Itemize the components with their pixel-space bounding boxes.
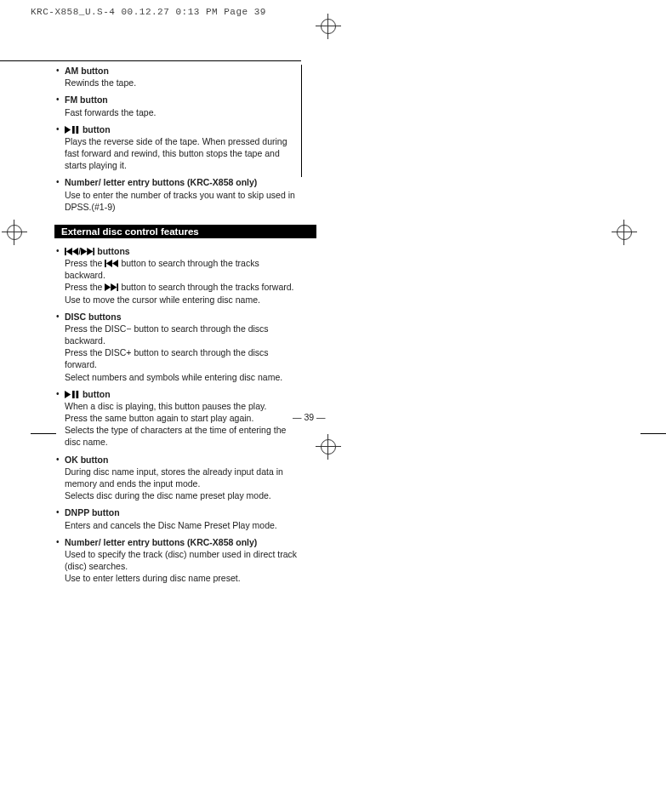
item-desc: Select numbers and symbols while enterin… xyxy=(65,371,301,383)
item-desc: Use to move the cursor while entering di… xyxy=(65,294,301,306)
list-item: DISC buttons Press the DISC− button to s… xyxy=(56,311,301,383)
section2-list: / buttons Press the button to search thr… xyxy=(56,245,301,584)
item-title: FM button xyxy=(65,94,108,105)
list-item: button When a disc is playing, this butt… xyxy=(56,388,301,449)
section1-list: AM button Rewinds the tape. FM button Fa… xyxy=(56,65,301,213)
next-icon xyxy=(105,283,118,291)
play-pause-icon xyxy=(65,126,80,134)
content-column: AM button Rewinds the tape. FM button Fa… xyxy=(56,65,301,589)
item-desc: During disc name input, stores the alrea… xyxy=(65,466,301,489)
item-desc: When a disc is playing, this button paus… xyxy=(65,400,301,412)
bottom-rule-left xyxy=(31,433,56,434)
svg-rect-2 xyxy=(77,126,79,134)
svg-marker-13 xyxy=(111,283,117,291)
bottom-rule-right xyxy=(640,433,666,434)
list-item: / buttons Press the button to search thr… xyxy=(56,245,301,306)
item-desc: Selects the type of characters at the ti… xyxy=(65,424,301,448)
item-desc: Used to specify the track (disc) number … xyxy=(65,548,301,572)
item-desc: Press the button to search through the t… xyxy=(65,257,301,281)
list-item: Number/ letter entry buttons (KRC-X858 o… xyxy=(56,536,301,585)
svg-marker-7 xyxy=(87,248,93,255)
item-title: OK button xyxy=(65,455,108,465)
item-title: / buttons xyxy=(65,246,130,256)
svg-rect-17 xyxy=(77,391,79,398)
list-item: button Plays the reverse side of the tap… xyxy=(56,123,301,172)
item-desc: Enters and cancels the Disc Name Preset … xyxy=(65,519,301,531)
prev-icon xyxy=(105,260,118,267)
item-title: DNPP button xyxy=(65,507,120,518)
item-title: button xyxy=(65,124,111,134)
svg-marker-6 xyxy=(81,248,87,255)
play-pause-icon xyxy=(65,391,80,398)
svg-marker-15 xyxy=(65,391,71,398)
svg-rect-1 xyxy=(72,126,75,134)
column-divider xyxy=(301,65,302,177)
item-desc: Use to enter the number of tracks you wa… xyxy=(65,189,301,213)
list-item: Number/ letter entry buttons (KRC-X858 o… xyxy=(56,176,301,213)
list-item: AM button Rewinds the tape. xyxy=(56,65,301,89)
right-crop-mark xyxy=(617,225,632,240)
svg-marker-12 xyxy=(105,283,111,291)
svg-rect-3 xyxy=(65,248,66,255)
item-desc: Use to enter letters during disc name pr… xyxy=(65,572,301,584)
item-title: Number/ letter entry buttons (KRC-X858 o… xyxy=(65,177,257,187)
svg-rect-16 xyxy=(72,391,75,398)
next-icon xyxy=(81,248,94,255)
prev-icon xyxy=(65,248,78,255)
page-header: KRC-X858_U.S-4 00.12.27 0:13 PM Page 39 xyxy=(0,0,666,17)
svg-marker-10 xyxy=(106,260,112,267)
item-desc: Press the button to search through the t… xyxy=(65,281,301,293)
list-item: OK button During disc name input, stores… xyxy=(56,454,301,502)
item-title: button xyxy=(65,389,111,399)
item-desc: Plays the reverse side of the tape. When… xyxy=(65,135,301,172)
section-header: External disc control features xyxy=(54,225,316,238)
page-number: 39 xyxy=(293,412,326,422)
item-desc: Press the DISC− button to search through… xyxy=(65,323,301,346)
svg-rect-9 xyxy=(105,260,106,267)
left-crop-mark xyxy=(7,225,22,240)
item-desc: Rewinds the tape. xyxy=(65,77,301,89)
bottom-crop-mark xyxy=(321,439,336,455)
top-crop-mark xyxy=(321,19,336,34)
list-item: FM button Fast forwards the tape. xyxy=(56,94,301,117)
svg-marker-4 xyxy=(66,248,72,255)
item-desc: Press the same button again to start pla… xyxy=(65,412,301,424)
item-title: DISC buttons xyxy=(65,312,122,322)
svg-marker-0 xyxy=(65,126,71,134)
item-desc: Press the DISC+ button to search through… xyxy=(65,346,301,370)
top-rule xyxy=(0,60,301,61)
item-title: AM button xyxy=(65,66,109,76)
list-item: DNPP button Enters and cancels the Disc … xyxy=(56,506,301,530)
item-title: Number/ letter entry buttons (KRC-X858 o… xyxy=(65,537,257,547)
item-desc: Fast forwards the tape. xyxy=(65,106,301,118)
item-desc: Selects disc during the disc name preset… xyxy=(65,489,301,501)
